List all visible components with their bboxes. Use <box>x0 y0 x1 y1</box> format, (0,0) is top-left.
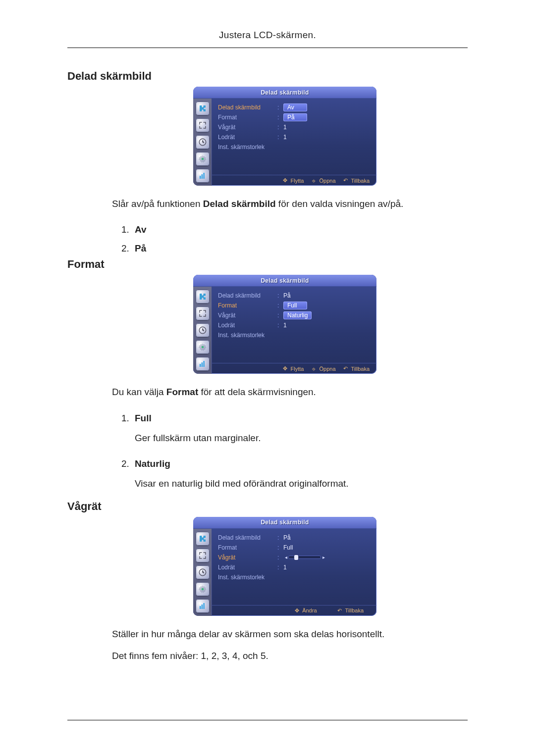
osd-value-highlight: Full <box>283 302 307 309</box>
option-pa: På <box>132 239 468 258</box>
enter-icon: ⎆ <box>311 178 317 184</box>
gear-icon <box>196 582 210 596</box>
osd-row-delad: Delad skärmbild: På <box>212 533 376 543</box>
osd-slider: ◂ ▸ <box>283 554 326 561</box>
osd-sidebar <box>193 529 212 616</box>
option-naturlig: Naturlig Visar en naturlig bild med oför… <box>132 454 468 493</box>
osd-screenshot-1: Delad skärmbild Delad skärmbild: Av Form… <box>193 87 376 186</box>
gear-icon <box>196 152 210 166</box>
svg-rect-7 <box>200 364 201 367</box>
return-icon: ↶ <box>343 366 349 372</box>
section3-body1: Ställer in hur många delar av skärmen so… <box>112 627 468 642</box>
osd-row-format: Format: På <box>212 112 376 122</box>
osd-row-vagrat: Vågrät: 1 <box>212 122 376 132</box>
svg-rect-13 <box>201 605 202 609</box>
osd-row-inst: Inst. skärmstorlek <box>212 142 376 152</box>
osd-row-vagrat: Vågrät: ◂ ▸ <box>212 553 376 562</box>
expand-icon <box>196 118 210 132</box>
section-heading-vagrat: Vågrät <box>67 500 468 513</box>
osd-title: Delad skärmbild <box>193 87 376 99</box>
chart-icon <box>196 169 210 183</box>
triangle-right-icon: ▸ <box>321 555 326 560</box>
osd-row-inst: Inst. skärmstorlek <box>212 330 376 340</box>
section2-body: Du kan välja Format för att dela skärmvi… <box>112 385 468 400</box>
svg-rect-3 <box>201 174 202 179</box>
section-heading-format: Format <box>67 258 468 271</box>
option-naturlig-desc: Visar en naturlig bild med oförändrat or… <box>135 474 468 493</box>
option-av: Av <box>132 220 468 239</box>
svg-rect-12 <box>200 606 201 609</box>
chart-icon <box>196 599 210 613</box>
section2-options: Full Ger fullskärm utan marginaler. Natu… <box>112 409 468 493</box>
expand-icon <box>196 549 210 562</box>
osd-row-inst: Inst. skärmstorlek <box>212 572 376 582</box>
svg-rect-8 <box>201 362 202 367</box>
osd-title: Delad skärmbild <box>193 275 376 287</box>
osd-value-highlight: Naturlig <box>283 311 312 319</box>
triangle-left-icon: ◂ <box>283 555 288 560</box>
osd-row-lodrat: Lodrät: 1 <box>212 562 376 572</box>
osd-row-lodrat: Lodrät: 1 <box>212 320 376 330</box>
puzzle-icon <box>196 101 210 115</box>
osd-screenshot-3: Delad skärmbild Delad skärmbild: På Form… <box>193 517 376 616</box>
move-arrows-icon: ✥ <box>282 366 288 372</box>
puzzle-icon <box>196 532 210 546</box>
section3-body2: Det finns fem nivåer: 1, 2, 3, 4, och 5. <box>112 649 468 663</box>
osd-footer: ✥Flytta ⎆Öppna ↶Tillbaka <box>212 175 376 186</box>
chart-icon <box>196 357 210 371</box>
move-arrows-icon: ✥ <box>282 178 288 184</box>
osd-sidebar <box>193 99 212 186</box>
gear-icon <box>196 340 210 354</box>
osd-row-vagrat: Vågrät: Naturlig <box>212 310 376 320</box>
page-title: Justera LCD-skärmen. <box>67 30 468 48</box>
return-icon: ↶ <box>337 607 343 613</box>
enter-icon: ⎆ <box>311 366 317 372</box>
expand-icon <box>196 306 210 320</box>
option-full-desc: Ger fullskärm utan marginaler. <box>135 429 468 448</box>
option-full: Full Ger fullskärm utan marginaler. <box>132 409 468 448</box>
move-arrows-icon: ✥ <box>294 607 300 613</box>
svg-rect-14 <box>203 603 204 609</box>
osd-value-highlight: Av <box>283 103 307 111</box>
svg-rect-4 <box>203 173 204 179</box>
puzzle-icon <box>196 290 210 303</box>
svg-rect-9 <box>203 361 204 367</box>
osd-row-lodrat: Lodrät: 1 <box>212 132 376 142</box>
osd-row-delad: Delad skärmbild: Av <box>212 102 376 112</box>
svg-rect-2 <box>200 176 201 179</box>
section-heading-delad: Delad skärmbild <box>67 70 468 83</box>
clock-icon <box>196 323 210 337</box>
return-icon: ↶ <box>343 178 349 184</box>
clock-icon <box>196 565 210 579</box>
section1-options: Av På <box>112 220 468 258</box>
footer-rule <box>67 720 468 720</box>
osd-footer: ✥Ändra ↶Tillbaka <box>212 605 376 616</box>
osd-row-format: Format: Full <box>212 301 376 310</box>
osd-sidebar <box>193 287 212 374</box>
osd-row-format: Format: Full <box>212 543 376 553</box>
clock-icon <box>196 135 210 149</box>
osd-screenshot-2: Delad skärmbild Delad skärmbild: På Form… <box>193 275 376 374</box>
osd-title: Delad skärmbild <box>193 517 376 529</box>
osd-footer: ✥Flytta ⎆Öppna ↶Tillbaka <box>212 363 376 374</box>
section1-body: Slår av/på funktionen Delad skärmbild fö… <box>112 197 468 211</box>
osd-value-highlight: På <box>283 113 307 121</box>
osd-row-delad: Delad skärmbild: På <box>212 291 376 301</box>
